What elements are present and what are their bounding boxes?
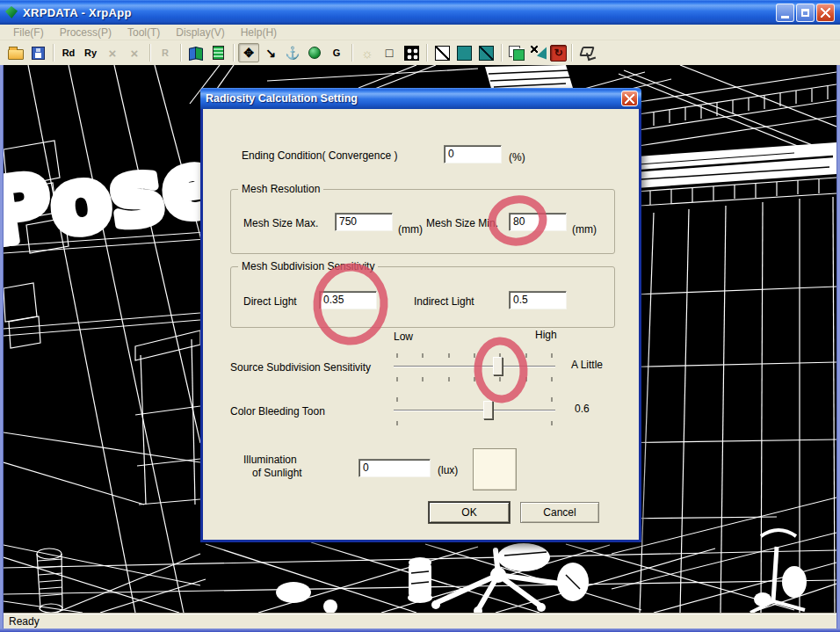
maximize-button[interactable] [796,4,815,22]
dialog-body: Ending Condition( Convergence ) 0 (%) Me… [203,109,639,540]
source-subdivision-value: A Little [571,359,603,371]
teal-square-icon [457,46,472,61]
teal-diagonal-square-icon [479,46,494,61]
save-button[interactable] [27,43,48,62]
slider-tick [474,377,475,381]
status-text: Ready [9,615,40,628]
rotate-g-button[interactable]: G [326,43,347,62]
window-frame-right [836,65,840,628]
tool-bar: RdRy××R✥↘⚓G☼□↻ [0,40,840,65]
slider-tick [552,421,553,425]
menu-tool[interactable]: Tool(T) [119,26,168,39]
close-icon [821,8,830,18]
mesh-size-max-label: Mesh Size Max. [243,217,318,229]
column-render-button[interactable] [207,43,228,62]
slider-tick [397,397,398,402]
sunlight-color-swatch[interactable] [473,448,517,490]
overlap-squares-icon [509,46,525,61]
slider-track[interactable] [394,410,555,411]
mesh-size-min-label: Mesh Size Min. [426,217,498,229]
column-render-icon [213,46,224,60]
delete-mesh-icon [531,46,547,60]
sphere-view-button[interactable] [304,43,325,62]
delete-x-2-button: × [124,43,145,62]
overlap-squares-button[interactable] [506,43,527,62]
ending-condition-input[interactable]: 0 [444,145,502,163]
high-label: High [535,329,557,341]
sunlight-input[interactable]: 0 [358,459,431,477]
radiosity-toggle-button[interactable]: ↻ [550,45,567,62]
window-frame-left [0,65,4,628]
slider-tick [423,353,424,358]
minimize-icon [781,16,789,18]
square-outline-button[interactable]: □ [379,43,400,62]
close-button[interactable] [816,4,835,22]
menu-display[interactable]: Display(V) [168,26,232,39]
toolbar-separator [233,44,234,62]
slider-tick [525,353,526,358]
mesh-size-min-unit: (mm) [572,223,597,236]
mesh-resolution-legend: Mesh Resolution [238,183,323,195]
toolbar-separator [571,44,572,62]
flip-view-button[interactable] [185,43,206,62]
toolbar-separator [426,44,427,62]
source-slider-thumb[interactable] [493,357,503,375]
open-icon [8,49,24,60]
crossed-square-button[interactable] [431,43,453,62]
mesh-size-min-input[interactable]: 80 [509,213,567,231]
dialog-close-icon [625,94,634,104]
menu-process[interactable]: Process(P) [52,26,119,39]
zoom-button[interactable]: ↘ [260,43,281,62]
slider-tick [500,377,501,381]
slider-track[interactable] [394,366,555,367]
menu-help[interactable]: Help(H) [233,26,285,39]
slider-tick [397,377,398,381]
teal-diagonal-square-button[interactable] [475,43,496,62]
open-button[interactable] [5,43,26,62]
mesh-resolution-group: Mesh Resolution Mesh Size Max. 750 (mm) … [230,189,615,254]
indirect-light-label: Indirect Light [414,295,474,308]
toolbar-separator [501,44,502,62]
menu-bar: File(F)Process(P)Tool(T)Display(V)Help(H… [0,25,840,40]
ry-button[interactable]: Ry [80,43,101,62]
slider-tick [448,377,449,381]
slider-tick [552,377,553,381]
toolbar-separator [351,44,352,62]
menu-file[interactable]: File(F) [5,26,52,39]
delete-mesh-button[interactable] [528,43,549,62]
crossed-square-icon [435,46,450,61]
color-bleeding-label: Color Bleeding Toon [230,405,325,418]
slider-tick [525,377,526,381]
slider-tick [474,353,475,358]
ending-condition-unit: (%) [509,151,525,163]
lamp-button[interactable] [576,43,597,62]
dialog-title-bar[interactable]: Radiosity Calculation Setting [200,88,641,109]
indirect-light-input[interactable]: 0.5 [509,291,567,309]
app-icon [5,6,18,18]
dialog-close-button[interactable] [621,91,638,106]
mesh-size-max-input[interactable]: 750 [335,213,393,231]
delete-x-1-button: × [102,43,123,62]
cancel-button[interactable]: Cancel [520,502,599,523]
title-bar: XRPDATA - XrpApp [0,0,840,25]
slider-tick [397,421,398,425]
lamp-icon [579,46,595,60]
status-bar: Ready [4,613,836,628]
bleed-slider-thumb[interactable] [483,401,493,419]
toolbar-separator [53,44,54,62]
source-subdivision-slider [394,353,555,381]
dither-grid-icon [404,46,419,61]
direct-light-input[interactable]: 0.35 [319,291,377,309]
color-bleeding-slider [394,397,555,425]
sunlight-label-line2: of Sunlight [252,467,302,479]
minimize-button[interactable] [776,4,794,22]
ok-button[interactable]: OK [429,502,510,523]
rd-button[interactable]: Rd [58,43,79,62]
dither-grid-button[interactable] [401,43,422,62]
pan-button[interactable]: ✥ [238,43,259,62]
teal-square-button[interactable] [453,43,474,62]
toolbar-separator [180,44,181,62]
light-button[interactable]: ☼ [357,43,378,62]
rotate-view-button[interactable]: ⚓ [282,43,303,62]
radiosity-dialog: Radiosity Calculation Setting Ending Con… [200,88,641,542]
